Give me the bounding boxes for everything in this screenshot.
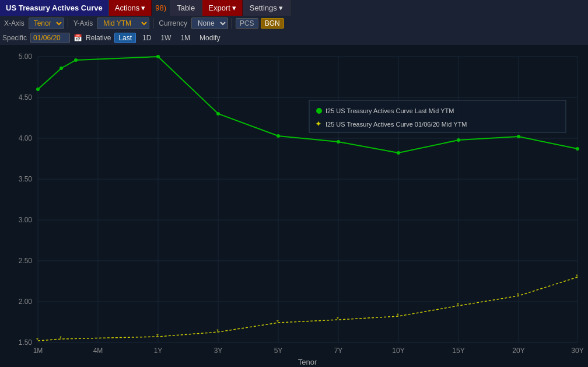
svg-text:Tenor: Tenor	[298, 358, 317, 366]
legend-green-dot	[316, 108, 322, 114]
export-menu[interactable]: Export ▾	[202, 0, 243, 16]
svg-text:3Y: 3Y	[214, 347, 223, 355]
svg-rect-2	[0, 45, 588, 367]
actions-menu[interactable]: Actions ▾	[109, 0, 152, 16]
green-point-7y	[337, 140, 340, 144]
bgn-button[interactable]: BGN	[261, 18, 284, 29]
legend-yellow-star: ✦	[315, 119, 322, 128]
yellow-pt-1y: *	[156, 333, 159, 340]
divider2	[153, 18, 153, 29]
green-point-4m2	[74, 58, 78, 62]
title-spacer	[290, 0, 588, 16]
svg-text:4.50: 4.50	[19, 93, 33, 102]
svg-text:1.50: 1.50	[19, 338, 33, 347]
last-button[interactable]: Last	[114, 33, 136, 43]
svg-text:2.00: 2.00	[19, 298, 33, 306]
yellow-pt-3y: *	[216, 328, 219, 335]
svg-text:20Y: 20Y	[512, 347, 524, 355]
yellow-pt-30y: *	[576, 274, 578, 280]
title-bar: US Treasury Actives Curve Actions ▾ 98) …	[0, 0, 588, 16]
modify-button[interactable]: Modify	[197, 33, 223, 43]
yellow-pt-1m: *	[36, 337, 38, 344]
currency-select[interactable]: None	[191, 18, 228, 29]
yaxis-select[interactable]: Mid YTM	[97, 18, 149, 29]
xaxis-label: X-Axis	[2, 19, 26, 27]
period-1w-button[interactable]: 1W	[158, 33, 174, 43]
green-point-30y	[576, 147, 579, 151]
svg-text:7Y: 7Y	[334, 347, 343, 355]
legend-green-text: I25 US Treasury Actives Curve Last Mid Y…	[326, 107, 454, 114]
yellow-pt-15y: *	[457, 302, 459, 309]
toolbar2: Specific 📅 Relative Last 1D 1W 1M Modify	[0, 31, 588, 45]
green-point-5y	[276, 134, 280, 138]
specific-label: Specific	[2, 34, 27, 42]
svg-text:2.50: 2.50	[19, 257, 33, 265]
yellow-pt-10y: *	[397, 313, 399, 319]
svg-text:1Y: 1Y	[154, 347, 163, 355]
table-menu[interactable]: Table	[170, 0, 202, 16]
yaxis-label: Y-Axis	[72, 19, 95, 27]
svg-text:5.00: 5.00	[19, 53, 33, 61]
chart-svg: 5.00 4.50 4.00 3.50 3.00 2.50 2.00 1.50 …	[0, 45, 588, 367]
pcs-button[interactable]: PCS	[236, 18, 258, 29]
xaxis-select[interactable]: Tenor	[29, 18, 64, 29]
legend-yellow-text: I25 US Treasury Actives Curve 01/06/20 M…	[326, 121, 467, 128]
calendar-icon[interactable]: 📅	[74, 34, 82, 42]
svg-text:1M: 1M	[33, 347, 43, 355]
settings-menu[interactable]: Settings ▾	[243, 0, 290, 16]
svg-text:3.50: 3.50	[19, 175, 33, 183]
icon-98: 98)	[152, 0, 170, 16]
green-point-10y	[397, 151, 400, 155]
yellow-pt-20y: *	[517, 292, 519, 299]
yellow-pt-7y: *	[337, 316, 339, 323]
green-point-15y	[457, 138, 460, 142]
green-point-1y	[156, 55, 160, 58]
yellow-pt-5y: *	[276, 319, 279, 326]
svg-text:30Y: 30Y	[571, 347, 583, 355]
green-point-4m	[60, 67, 63, 70]
svg-text:4.00: 4.00	[19, 134, 33, 142]
toolbar1: X-Axis Tenor Y-Axis Mid YTM Currency Non…	[0, 16, 588, 31]
chart-area: 5.00 4.50 4.00 3.50 3.00 2.50 2.00 1.50 …	[0, 45, 588, 367]
period-1d-button[interactable]: 1D	[139, 33, 154, 43]
yellow-pt-4m: *	[60, 335, 62, 342]
svg-text:5Y: 5Y	[274, 347, 283, 355]
green-point-3y	[216, 112, 220, 116]
divider1	[68, 18, 68, 29]
period-1m-button[interactable]: 1M	[177, 33, 193, 43]
svg-text:3.00: 3.00	[19, 216, 33, 224]
specific-date-input[interactable]	[30, 33, 70, 43]
app-title: US Treasury Actives Curve	[0, 0, 109, 16]
svg-text:15Y: 15Y	[452, 347, 464, 355]
green-point-20y	[517, 135, 520, 138]
svg-text:10Y: 10Y	[392, 347, 404, 355]
divider3	[232, 18, 232, 29]
svg-text:4M: 4M	[93, 347, 103, 355]
relative-label: Relative	[86, 34, 111, 42]
currency-label: Currency	[157, 19, 189, 27]
green-point-1m	[36, 88, 40, 91]
